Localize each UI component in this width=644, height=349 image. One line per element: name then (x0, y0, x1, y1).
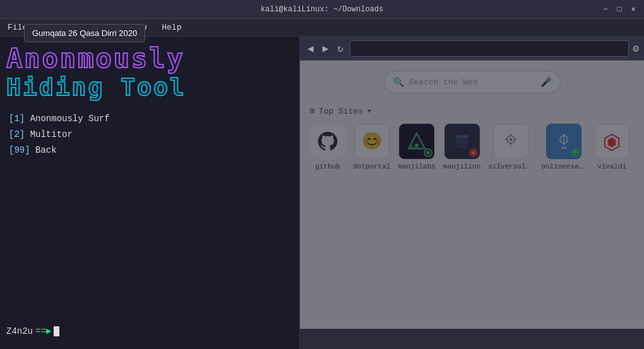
title-bar: kali@kaliLinux: ~/Downloads − □ ✕ (0, 0, 644, 19)
close-button[interactable]: ✕ (628, 4, 639, 15)
browser-search-bar[interactable]: 🔍 Search the Web 🎤 (384, 71, 561, 93)
main-area: Anonmously Hiding Tool [1] Anonmously Su… (0, 37, 644, 349)
top-sites-header: ⊞ Top Sites ▾ (310, 106, 634, 116)
svg-marker-17 (608, 138, 616, 148)
manjilion-badge: + (469, 148, 478, 157)
actions-tooltip: Gumqata 26 Qasa Dirri 2020 (24, 24, 145, 42)
site-icon-github (310, 124, 345, 159)
onlineexam-badge: + (571, 148, 580, 157)
search-icon: 🔍 (393, 77, 404, 88)
site-vivaldi[interactable]: vivaldi (594, 124, 629, 170)
site-label-silversolun: silversolun (488, 163, 534, 170)
browser-inner: 🔍 Search the Web 🎤 ⊞ Top Sites ▾ (300, 61, 644, 180)
site-icon-manjilion: + (444, 124, 480, 159)
forward-button[interactable]: ▶ (320, 41, 331, 56)
refresh-button[interactable]: ↻ (335, 41, 346, 56)
top-sites-grid: github 😊 dotportal (310, 124, 634, 170)
prompt-username: Z4n2u (6, 326, 33, 336)
maximize-button[interactable]: □ (614, 4, 625, 15)
svg-rect-6 (457, 147, 467, 148)
svg-point-2 (411, 145, 414, 148)
site-manjilabs[interactable]: manjilabs (398, 124, 435, 170)
site-label-onlineexam: onlineexam... (541, 163, 587, 170)
search-placeholder-text: Search the Web (409, 78, 478, 87)
site-label-vivaldi: vivaldi (597, 163, 626, 170)
window-title: kali@kaliLinux: ~/Downloads (261, 5, 383, 14)
menu-help[interactable]: Help (159, 21, 184, 33)
site-label-manjilabs: manjilabs (398, 163, 435, 170)
terminal-pane: Anonmously Hiding Tool [1] Anonmously Su… (0, 37, 300, 349)
browser-toolbar: ◀ ▶ ↻ ⚙ (300, 37, 644, 61)
site-label-github: github (315, 163, 340, 170)
site-github[interactable]: github (310, 124, 345, 170)
address-bar[interactable] (350, 40, 629, 57)
menu-option-1: [1] Anonmously Surf (9, 111, 293, 127)
browser-pane: ◀ ▶ ↻ ⚙ 🔍 Search the Web 🎤 ⊞ Top Site (300, 37, 644, 349)
svg-rect-4 (456, 135, 468, 137)
minimize-button[interactable]: − (600, 4, 611, 15)
cursor (54, 326, 59, 336)
site-icon-onlineexam: + (546, 124, 581, 159)
browser-content: 🔍 Search the Web 🎤 ⊞ Top Sites ▾ (300, 61, 644, 329)
microphone-icon: 🎤 (540, 77, 551, 88)
menu-option-2: [2] Multitor (9, 127, 293, 143)
site-icon-silversolun (493, 124, 528, 159)
site-label-manjilion: manjilion (443, 163, 480, 170)
menu-option-99: [99] Back (9, 143, 293, 158)
terminal-prompt: Z4n2u ==► (6, 326, 59, 336)
ascii-art-block: Anonmously Hiding Tool (6, 44, 293, 101)
top-sites-grid-icon: ⊞ (310, 106, 315, 116)
browser-gear-icon[interactable]: ⚙ (633, 42, 639, 55)
svg-point-1 (415, 143, 419, 147)
site-silversolun[interactable]: silversolun (488, 124, 534, 170)
top-sites-chevron: ▾ (367, 106, 372, 116)
site-dotportal[interactable]: 😊 dotportal (353, 124, 390, 170)
site-icon-dotportal: 😊 (354, 124, 390, 159)
terminal-menu: [1] Anonmously Surf [2] Multitor [99] Ba… (9, 111, 293, 159)
site-onlineexam[interactable]: + onlineexam... (541, 124, 587, 170)
back-button[interactable]: ◀ (305, 41, 316, 56)
site-icon-manjilabs (399, 124, 434, 159)
site-icon-vivaldi (594, 124, 629, 159)
svg-rect-5 (459, 145, 465, 146)
window-controls: − □ ✕ (600, 4, 639, 15)
svg-point-8 (510, 138, 513, 141)
manjilabs-badge (424, 148, 432, 157)
top-sites-label: Top Sites (319, 107, 363, 116)
prompt-arrow: ==► (35, 326, 51, 336)
site-label-dotportal: dotportal (353, 163, 390, 170)
ascii-line-hiding: Hiding Tool (6, 74, 293, 101)
site-manjilion[interactable]: + manjilion (443, 124, 480, 170)
ascii-line-anonmously: Anonmously (6, 44, 293, 73)
